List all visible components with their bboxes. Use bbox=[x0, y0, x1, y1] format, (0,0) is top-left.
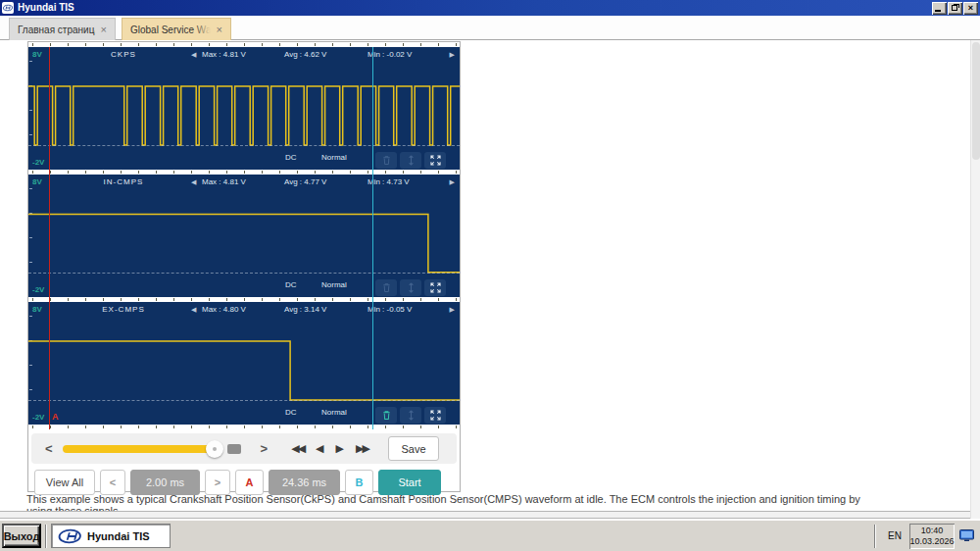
top-voltage-label: 8V bbox=[32, 177, 42, 186]
view-all-button[interactable]: View All bbox=[34, 470, 95, 495]
zero-volt-line bbox=[28, 400, 460, 401]
max-value: Max : 4.81 V bbox=[202, 50, 246, 59]
bottom-voltage-label: -2V bbox=[32, 158, 44, 167]
taskbar: Выход Hyundai TIS EN 10:40 10.03.2026 bbox=[0, 520, 980, 551]
taskbar-item-label: Hyundai TIS bbox=[87, 530, 150, 542]
trigger-mode-label: Normal bbox=[321, 153, 347, 162]
channel-title: CKPS bbox=[89, 50, 158, 59]
max-value: Max : 4.80 V bbox=[202, 305, 246, 314]
step-back-button[interactable]: ◀ bbox=[316, 442, 323, 455]
prev-stat-arrow-icon[interactable]: ◀ bbox=[191, 178, 196, 186]
vertical-scale-icon[interactable] bbox=[400, 152, 421, 169]
close-button[interactable]: × bbox=[963, 2, 978, 15]
tab-label: Global Service Way - Te bbox=[130, 25, 211, 35]
scope-channel-ex-cmps: 8V EX-CMPS ◀ Max : 4.80 V Avg : 3.14 V M… bbox=[28, 302, 460, 425]
tab-close-icon[interactable]: × bbox=[101, 24, 107, 35]
prev-stat-arrow-icon[interactable]: ◀ bbox=[191, 51, 196, 59]
trigger-mode-label: Normal bbox=[321, 280, 347, 289]
min-value: Min : -0.02 V bbox=[368, 50, 412, 59]
coupling-label: DC bbox=[285, 280, 297, 289]
scope-control-row: View All < 2.00 ms > A 24.36 ms B Start bbox=[34, 468, 457, 496]
channel-title: EX-CMPS bbox=[89, 305, 158, 314]
minimize-button[interactable] bbox=[932, 2, 947, 15]
expand-icon[interactable] bbox=[424, 279, 446, 296]
cursor-b-line[interactable] bbox=[372, 47, 373, 429]
scope-channel-ckps: 8V CKPS ◀ Max : 4.81 V Avg : 4.62 V Min … bbox=[28, 47, 460, 170]
trigger-mode-label: Normal bbox=[321, 408, 347, 417]
scroll-right-button[interactable]: > bbox=[255, 441, 274, 456]
cursor-a-marker: A bbox=[52, 412, 59, 422]
avg-value: Avg : 4.77 V bbox=[284, 177, 326, 186]
trash-icon[interactable] bbox=[375, 152, 397, 169]
oscilloscope-widget: 8V CKPS ◀ Max : 4.81 V Avg : 4.62 V Min … bbox=[27, 41, 461, 492]
channel-title: IN-CMPS bbox=[89, 177, 158, 186]
taskbar-divider bbox=[874, 525, 876, 548]
playback-controls: ◀◀ ◀ ▶ ▶▶ bbox=[285, 442, 374, 455]
time-ruler bbox=[28, 425, 460, 429]
language-indicator[interactable]: EN bbox=[880, 530, 909, 541]
horizontal-scrollbar[interactable] bbox=[0, 511, 980, 519]
next-stat-arrow-icon[interactable]: ▶ bbox=[450, 306, 455, 314]
restore-button[interactable] bbox=[948, 2, 962, 15]
slider-track-rest bbox=[227, 444, 241, 454]
bottom-voltage-label: -2V bbox=[32, 285, 44, 294]
rewind-button[interactable]: ◀◀ bbox=[291, 442, 304, 455]
tab-close-icon[interactable]: × bbox=[217, 24, 222, 35]
scrollbar-thumb[interactable] bbox=[972, 42, 980, 160]
fast-forward-button[interactable]: ▶▶ bbox=[356, 442, 368, 455]
min-value: Min : 4.73 V bbox=[368, 177, 410, 186]
position-slider[interactable] bbox=[63, 439, 251, 459]
bottom-voltage-label: -2V bbox=[32, 413, 44, 422]
top-voltage-label: 8V bbox=[32, 305, 42, 314]
save-button[interactable]: Save bbox=[388, 436, 439, 461]
cursor-a-line[interactable] bbox=[49, 47, 50, 429]
start-button[interactable]: Start bbox=[378, 470, 441, 495]
clock-date: 10.03.2026 bbox=[909, 536, 954, 547]
minimize-icon bbox=[935, 10, 941, 12]
zero-volt-line bbox=[28, 145, 460, 146]
avg-value: Avg : 3.14 V bbox=[284, 305, 326, 314]
prev-stat-arrow-icon[interactable]: ◀ bbox=[191, 306, 196, 314]
scope-channel-in-cmps: 8V IN-CMPS ◀ Max : 4.81 V Avg : 4.77 V M… bbox=[28, 175, 460, 297]
time-per-div-value[interactable]: 2.00 ms bbox=[130, 470, 200, 495]
cursor-a-button[interactable]: A bbox=[235, 470, 264, 495]
slider-track-fill bbox=[63, 445, 212, 453]
tab-global-service-way[interactable]: Global Service Way - Te × bbox=[122, 18, 231, 40]
vertical-scrollbar[interactable] bbox=[970, 40, 980, 519]
max-value: Max : 4.81 V bbox=[202, 177, 246, 186]
next-stat-arrow-icon[interactable]: ▶ bbox=[450, 178, 455, 186]
trash-icon[interactable] bbox=[375, 279, 397, 296]
vertical-scale-icon[interactable] bbox=[400, 407, 421, 424]
scroll-left-button[interactable]: < bbox=[39, 441, 59, 456]
taskbar-item-hyundai-tis[interactable]: Hyundai TIS bbox=[51, 524, 171, 548]
display-tray-icon[interactable] bbox=[959, 529, 974, 542]
taskbar-clock[interactable]: 10:40 10.03.2026 bbox=[909, 524, 955, 549]
coupling-label: DC bbox=[285, 153, 297, 162]
scroll-transport-row: < > ◀◀ ◀ ▶ ▶▶ Save bbox=[31, 433, 457, 464]
expand-icon[interactable] bbox=[424, 407, 446, 424]
top-voltage-label: 8V bbox=[32, 50, 42, 59]
zero-volt-line bbox=[28, 273, 460, 274]
tab-home[interactable]: Главная страница × bbox=[9, 18, 116, 40]
slider-thumb[interactable] bbox=[206, 440, 223, 458]
time-div-increase-button[interactable]: > bbox=[205, 470, 230, 495]
expand-icon[interactable] bbox=[424, 152, 446, 169]
close-icon: × bbox=[968, 3, 973, 14]
next-stat-arrow-icon[interactable]: ▶ bbox=[450, 51, 455, 59]
cursor-time-value[interactable]: 24.36 ms bbox=[269, 470, 340, 495]
trash-icon[interactable] bbox=[375, 407, 397, 424]
vertical-scale-icon[interactable] bbox=[400, 279, 421, 296]
window-titlebar: Hyundai TIS × bbox=[0, 0, 980, 16]
coupling-label: DC bbox=[285, 408, 297, 417]
cursor-b-button[interactable]: B bbox=[345, 470, 373, 495]
exit-button[interactable]: Выход bbox=[2, 524, 41, 548]
app-window: Hyundai TIS × Главная страница × Global … bbox=[0, 0, 980, 551]
min-value: Min : -0.05 V bbox=[368, 305, 412, 314]
time-div-decrease-button[interactable]: < bbox=[100, 470, 125, 495]
tab-label: Главная страница bbox=[18, 25, 95, 35]
clock-time: 10:40 bbox=[921, 526, 944, 536]
avg-value: Avg : 4.62 V bbox=[284, 50, 326, 59]
hyundai-app-icon bbox=[2, 2, 14, 14]
taskbar-divider bbox=[45, 525, 47, 548]
step-forward-button[interactable]: ▶ bbox=[336, 442, 344, 455]
